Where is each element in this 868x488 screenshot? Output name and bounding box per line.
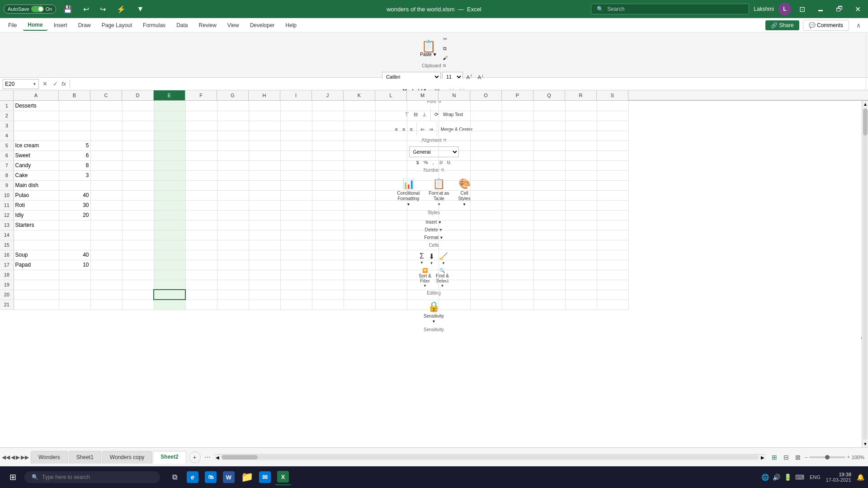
cell-E7[interactable]	[154, 160, 185, 170]
cell-G15[interactable]	[217, 240, 249, 250]
cell-H4[interactable]	[249, 131, 280, 141]
redo-button[interactable]: ↪	[96, 3, 109, 15]
cell-P13[interactable]	[502, 220, 533, 230]
cell-M6[interactable]	[407, 150, 439, 160]
cell-B14[interactable]	[59, 230, 90, 240]
cell-K10[interactable]	[344, 190, 375, 200]
col-header-S[interactable]: S	[597, 90, 628, 100]
cell-O7[interactable]	[470, 160, 502, 170]
cell-H17[interactable]	[249, 260, 280, 270]
cell-Q13[interactable]	[533, 220, 565, 230]
cell-H1[interactable]	[249, 101, 280, 111]
cell-I10[interactable]	[280, 190, 312, 200]
cell-F18[interactable]	[185, 270, 217, 280]
customize-qat-button[interactable]: ▼	[133, 3, 147, 15]
cell-P15[interactable]	[502, 240, 533, 250]
menu-review[interactable]: Review	[194, 20, 221, 30]
menu-developer[interactable]: Developer	[245, 20, 279, 30]
cell-J14[interactable]	[312, 230, 344, 240]
cell-L17[interactable]	[375, 260, 407, 270]
cell-D3[interactable]	[122, 121, 154, 131]
cell-Q8[interactable]	[533, 170, 565, 180]
cell-P14[interactable]	[502, 230, 533, 240]
cell-M13[interactable]	[407, 220, 439, 230]
col-header-C[interactable]: C	[90, 90, 122, 100]
cell-P2[interactable]	[502, 111, 533, 121]
page-layout-view-button[interactable]: ⊟	[781, 452, 791, 462]
cell-Q10[interactable]	[533, 190, 565, 200]
scroll-left-button[interactable]: ◀◀	[2, 454, 10, 460]
cell-G19[interactable]	[217, 280, 249, 290]
cell-N15[interactable]	[439, 240, 470, 250]
cell-M1[interactable]	[407, 101, 439, 111]
cell-G13[interactable]	[217, 220, 249, 230]
row-num-9[interactable]: 9	[0, 180, 14, 190]
cell-G7[interactable]	[217, 160, 249, 170]
cell-C4[interactable]	[90, 131, 122, 141]
cell-J19[interactable]	[312, 280, 344, 290]
sheet-tab-sheet2[interactable]: Sheet2	[153, 451, 186, 464]
zoom-minus-button[interactable]: –	[805, 455, 807, 460]
cell-D17[interactable]	[122, 260, 154, 270]
cell-I8[interactable]	[280, 170, 312, 180]
cell-A18[interactable]	[14, 270, 59, 280]
cell-C16[interactable]	[90, 250, 122, 260]
formula-input[interactable]	[74, 79, 865, 89]
cell-S7[interactable]	[597, 160, 628, 170]
cell-E15[interactable]	[154, 240, 185, 250]
cell-A6[interactable]: Sweet	[14, 150, 59, 160]
cell-G18[interactable]	[217, 270, 249, 280]
cell-O13[interactable]	[470, 220, 502, 230]
search-bar[interactable]: 🔍	[591, 4, 749, 14]
cell-N1[interactable]	[439, 101, 470, 111]
cell-C8[interactable]	[90, 170, 122, 180]
sheet-tab-wonders-copy[interactable]: Wonders copy	[102, 451, 152, 464]
cell-E16[interactable]	[154, 250, 185, 260]
sheet-dots-button[interactable]: ⋯	[204, 454, 211, 461]
name-box[interactable]: E20 ▼	[3, 79, 39, 89]
zoom-plus-button[interactable]: +	[847, 455, 850, 460]
cell-I21[interactable]	[280, 300, 312, 310]
cell-H14[interactable]	[249, 230, 280, 240]
cell-A8[interactable]: Cake	[14, 170, 59, 180]
cell-N16[interactable]	[439, 250, 470, 260]
cell-R1[interactable]	[565, 101, 597, 111]
cell-C13[interactable]	[90, 220, 122, 230]
cell-A2[interactable]	[14, 111, 59, 121]
cell-G16[interactable]	[217, 250, 249, 260]
col-header-B[interactable]: B	[59, 90, 90, 100]
cell-S21[interactable]	[597, 300, 628, 310]
cell-F19[interactable]	[185, 280, 217, 290]
cell-H6[interactable]	[249, 150, 280, 160]
cell-K2[interactable]	[344, 111, 375, 121]
zoom-slider[interactable]	[809, 456, 845, 458]
cell-Q19[interactable]	[533, 280, 565, 290]
cell-R15[interactable]	[565, 240, 597, 250]
cell-N4[interactable]	[439, 131, 470, 141]
cell-P11[interactable]	[502, 200, 533, 210]
cell-D14[interactable]	[122, 230, 154, 240]
cell-S5[interactable]	[597, 141, 628, 150]
cell-C9[interactable]	[90, 180, 122, 190]
cell-S1[interactable]	[597, 101, 628, 111]
cell-P20[interactable]	[502, 290, 533, 300]
cell-Q9[interactable]	[533, 180, 565, 190]
taskbar-search-input[interactable]	[42, 474, 153, 480]
col-header-R[interactable]: R	[565, 90, 597, 100]
minimize-button[interactable]: 🗕	[813, 3, 828, 15]
cell-A17[interactable]: Papad	[14, 260, 59, 270]
cell-N11[interactable]	[439, 200, 470, 210]
cell-F8[interactable]	[185, 170, 217, 180]
ribbon-display-button[interactable]: ⊡	[796, 3, 809, 15]
cell-G3[interactable]	[217, 121, 249, 131]
cell-L16[interactable]	[375, 250, 407, 260]
cell-E6[interactable]	[154, 150, 185, 160]
mail-icon[interactable]: ✉	[257, 469, 273, 485]
cell-E4[interactable]	[154, 131, 185, 141]
cell-A20[interactable]	[14, 290, 59, 300]
cell-B1[interactable]	[59, 101, 90, 111]
cell-D19[interactable]	[122, 280, 154, 290]
row-num-19[interactable]: 19	[0, 280, 14, 290]
cell-Q12[interactable]	[533, 210, 565, 220]
col-header-E[interactable]: E	[154, 90, 185, 100]
